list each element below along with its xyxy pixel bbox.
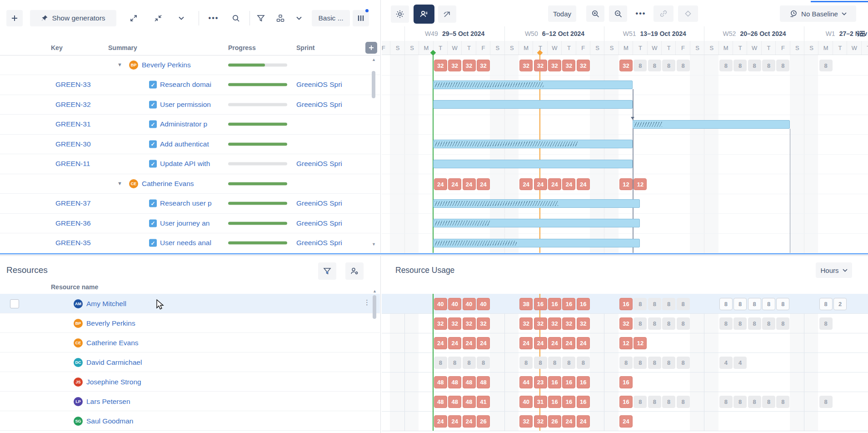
- filter-button[interactable]: [253, 11, 269, 25]
- issue-row[interactable]: GREEN-30✓Add authenticat: [0, 134, 380, 154]
- issue-summary[interactable]: Update API with: [160, 160, 226, 168]
- usage-badge: 24: [463, 415, 476, 428]
- resource-name[interactable]: David Carmichael: [86, 358, 142, 367]
- resource-row[interactable]: LPLars Petersen: [0, 392, 380, 411]
- usage-badge: 16: [619, 376, 633, 388]
- group-row[interactable]: ▼CECatherine Evans: [0, 174, 380, 194]
- panel-horizontal-splitter[interactable]: [0, 253, 868, 256]
- resource-row[interactable]: ⋮AMAmy Mitchell: [0, 294, 380, 313]
- add-item-button[interactable]: [6, 10, 23, 26]
- view-preset-button[interactable]: Basic ...: [312, 10, 350, 26]
- issue-summary[interactable]: User needs anal: [160, 239, 226, 247]
- column-header-resource-name[interactable]: Resource name: [51, 283, 98, 291]
- issue-row[interactable]: GREEN-31✓Administrator p: [0, 115, 380, 135]
- group-collapse-chevron[interactable]: ▼: [117, 181, 122, 186]
- gantt-more-button[interactable]: •••: [632, 5, 650, 22]
- progress-bar: [228, 63, 287, 66]
- column-header-progress[interactable]: Progress: [228, 44, 256, 51]
- zoom-in-button[interactable]: [586, 5, 604, 22]
- gantt-bar-GREEN-11[interactable]: [433, 160, 633, 168]
- issue-key[interactable]: GREEN-31: [55, 120, 91, 128]
- resource-name[interactable]: Amy Mitchell: [86, 300, 126, 308]
- gantt-row-divider: [382, 233, 868, 234]
- more-actions-button[interactable]: •••: [205, 11, 223, 25]
- zoom-out-button[interactable]: [609, 5, 627, 22]
- resources-filter-button[interactable]: [318, 262, 336, 280]
- group-by-button[interactable]: [272, 11, 289, 25]
- show-generators-button[interactable]: Show generators: [30, 10, 116, 26]
- resource-name[interactable]: Lars Petersen: [86, 398, 130, 406]
- resource-checkbox[interactable]: [10, 299, 19, 308]
- issue-summary[interactable]: Administrator p: [160, 120, 226, 128]
- resource-row[interactable]: BPBeverly Perkins: [0, 313, 380, 333]
- expand-level-dropdown[interactable]: [175, 11, 188, 25]
- today-button[interactable]: Today: [548, 5, 576, 22]
- resource-row[interactable]: SGSaul Goodman: [0, 411, 380, 431]
- issue-key[interactable]: GREEN-11: [55, 160, 90, 168]
- milestone-button[interactable]: [678, 5, 698, 22]
- link-dependency-button[interactable]: [653, 5, 673, 22]
- gantt-bar-GREEN-35[interactable]: [433, 239, 640, 247]
- auto-schedule-button[interactable]: [438, 5, 456, 23]
- scroll-up-arrow[interactable]: ▲: [372, 57, 376, 62]
- resource-row[interactable]: JSJosephine Strong: [0, 372, 380, 392]
- expand-all-button[interactable]: [125, 11, 142, 25]
- resources-scrollbar-thumb[interactable]: [373, 295, 376, 319]
- issue-row[interactable]: GREEN-11✓Update API withGreeniOS Spri: [0, 154, 380, 174]
- collapse-all-button[interactable]: [150, 11, 166, 25]
- gantt-bar-GREEN-33[interactable]: [433, 81, 633, 89]
- group-collapse-chevron[interactable]: ▼: [117, 62, 122, 67]
- issue-key[interactable]: GREEN-32: [55, 101, 91, 109]
- issue-key[interactable]: GREEN-33: [55, 81, 91, 89]
- issue-row[interactable]: GREEN-37✓Research user pGreeniOS Spri: [0, 194, 380, 214]
- scroll-down-arrow[interactable]: ▼: [372, 242, 376, 247]
- zoom-in-icon: [591, 10, 600, 18]
- issue-key[interactable]: GREEN-30: [55, 140, 91, 148]
- issue-summary[interactable]: User permission: [160, 101, 226, 109]
- group-row[interactable]: ▼BPBeverly Perkins: [0, 55, 380, 75]
- group-name[interactable]: Catherine Evans: [142, 180, 194, 188]
- usage-unit-dropdown[interactable]: Hours: [816, 262, 852, 278]
- issue-row[interactable]: GREEN-32✓User permissionGreeniOS Spri: [0, 95, 380, 115]
- issue-key[interactable]: GREEN-35: [55, 239, 91, 247]
- issue-summary[interactable]: Add authenticat: [160, 140, 226, 148]
- resource-name[interactable]: Josephine Strong: [86, 378, 141, 386]
- gantt-bar-GREEN-32[interactable]: [433, 100, 633, 109]
- gantt-settings-button[interactable]: [391, 5, 409, 23]
- search-button[interactable]: [227, 11, 244, 25]
- issue-summary[interactable]: User journey an: [160, 219, 226, 227]
- issue-row[interactable]: GREEN-33✓Research domaiGreeniOS Spri: [0, 75, 380, 95]
- manage-resources-button[interactable]: [345, 262, 364, 280]
- columns-button[interactable]: [353, 10, 369, 26]
- issue-key[interactable]: GREEN-36: [55, 219, 91, 227]
- issue-summary[interactable]: Research user p: [160, 199, 226, 207]
- gantt-bar-GREEN-36[interactable]: [433, 219, 640, 227]
- scroll-up-arrow[interactable]: ▲: [373, 289, 377, 293]
- gantt-bar-GREEN-31[interactable]: [633, 120, 789, 129]
- grid-scrollbar-thumb[interactable]: [372, 71, 375, 98]
- usage-badge: 8: [719, 396, 733, 408]
- issue-key[interactable]: GREEN-37: [55, 199, 91, 207]
- column-header-summary[interactable]: Summary: [108, 44, 137, 51]
- issue-row[interactable]: GREEN-35✓User needs analGreeniOS Spri: [0, 233, 380, 253]
- resource-row[interactable]: DCDavid Carmichael: [0, 352, 380, 372]
- gantt-bar-GREEN-30[interactable]: [433, 140, 633, 148]
- column-header-key[interactable]: Key: [51, 44, 63, 51]
- resource-name[interactable]: Catherine Evans: [86, 339, 139, 347]
- issue-row[interactable]: GREEN-36✓User journey anGreeniOS Spri: [0, 213, 380, 233]
- usage-badge: 48: [448, 396, 461, 408]
- issue-summary[interactable]: Research domai: [160, 81, 226, 89]
- resource-row[interactable]: CECatherine Evans: [0, 333, 380, 352]
- panel-vertical-divider[interactable]: [380, 0, 381, 433]
- group-by-dropdown[interactable]: [293, 11, 305, 25]
- resources-toggle-button[interactable]: [414, 5, 434, 24]
- gantt-bar-GREEN-37[interactable]: [433, 199, 640, 208]
- row-more-menu[interactable]: ⋮: [364, 298, 370, 307]
- resource-name[interactable]: Saul Goodman: [86, 417, 133, 425]
- column-header-sprint[interactable]: Sprint: [296, 44, 314, 51]
- avatar: DC: [74, 358, 83, 367]
- add-column-button[interactable]: [365, 42, 377, 54]
- group-name[interactable]: Beverly Perkins: [142, 61, 191, 69]
- baseline-dropdown[interactable]: No Baseline: [780, 5, 856, 22]
- resource-name[interactable]: Beverly Perkins: [86, 319, 135, 327]
